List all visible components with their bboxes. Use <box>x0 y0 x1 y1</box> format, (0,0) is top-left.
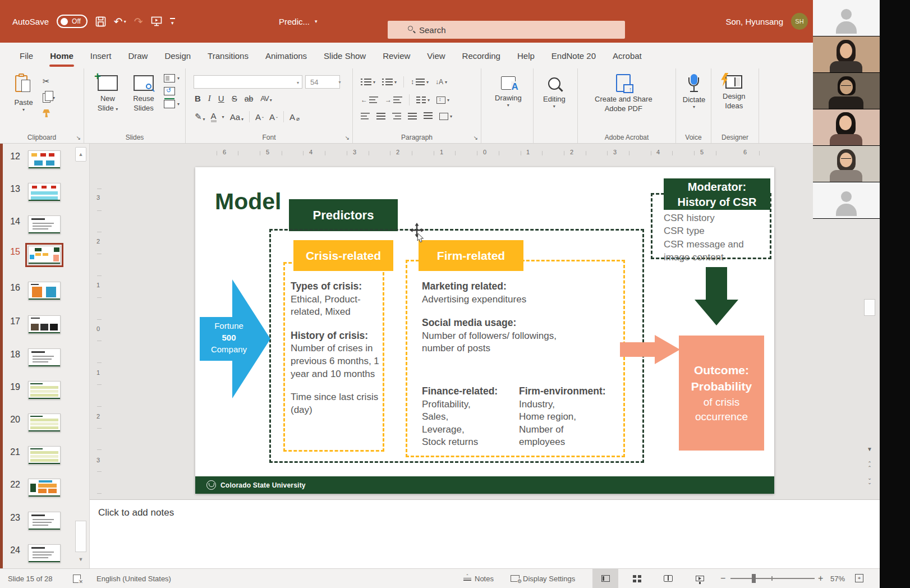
align-center-button[interactable] <box>376 113 385 120</box>
dictate-button[interactable]: Dictate ▾ <box>681 74 707 109</box>
line-spacing-button[interactable]: ↕▾ <box>411 78 429 86</box>
align-right-button[interactable] <box>392 113 401 120</box>
spell-check-button[interactable] <box>73 569 81 588</box>
strikethrough-button[interactable]: ab <box>245 94 254 103</box>
tab-acrobat[interactable]: Acrobat <box>604 43 650 68</box>
firm-related-columns[interactable]: Finance-related:Profitability, Sales, Le… <box>422 385 624 449</box>
next-slide-button[interactable]: ⌄⌄ <box>863 476 876 485</box>
fortune-500-arrow[interactable]: Fortune 500 Company <box>200 279 272 398</box>
video-tile-placeholder-2[interactable] <box>813 182 880 218</box>
align-text-button[interactable]: ↕▾ <box>436 97 449 104</box>
zoom-level[interactable]: 57% <box>830 569 845 588</box>
text-shadow-button[interactable]: S <box>232 94 237 103</box>
tab-insert[interactable]: Insert <box>82 43 120 68</box>
tab-recording[interactable]: Recording <box>454 43 509 68</box>
notes-toggle[interactable]: ˆ Notes <box>463 569 494 588</box>
reset-slide-icon[interactable] <box>164 87 180 95</box>
distribute-button[interactable] <box>424 112 433 120</box>
bold-button[interactable]: B <box>195 94 201 103</box>
zoom-out-button[interactable]: − <box>720 569 725 588</box>
slide-thumbnail-15-selected[interactable]: 15 <box>0 246 90 268</box>
decrease-indent-button[interactable]: ← <box>361 96 378 104</box>
thumbnail-scroll-down-button[interactable]: ▼ <box>75 553 86 566</box>
tab-file[interactable]: File <box>11 43 42 68</box>
tab-help[interactable]: Help <box>509 43 543 68</box>
font-dialog-launcher[interactable]: ↘ <box>345 135 350 141</box>
slide-title[interactable]: Model <box>215 189 281 215</box>
font-size-combobox[interactable]: 54▾ <box>305 75 340 89</box>
scroll-down-arrow[interactable]: ▼ <box>863 447 876 452</box>
notes-placeholder[interactable]: Click to add notes <box>98 507 174 518</box>
language-indicator[interactable]: English (United States) <box>96 569 171 588</box>
slide-thumbnail-20[interactable]: 20 <box>0 414 90 436</box>
crisis-related-text[interactable]: Types of crisis:Ethical, Product-related… <box>291 280 384 427</box>
change-case-button[interactable]: Aa▾ <box>230 112 243 122</box>
autosave-toggle[interactable]: Off <box>57 15 88 28</box>
tab-review[interactable]: Review <box>374 43 419 68</box>
slide-thumbnail-22[interactable]: 22 <box>0 479 90 501</box>
drawing-button[interactable]: Drawing ▾ <box>495 76 522 108</box>
video-tile-participant-2[interactable] <box>813 73 880 109</box>
increase-indent-button[interactable]: → <box>385 96 402 104</box>
outcome-arrow[interactable] <box>620 342 655 357</box>
clipboard-dialog-launcher[interactable]: ↘ <box>76 135 81 141</box>
justify-button[interactable] <box>408 113 417 120</box>
slide-thumbnail-17[interactable]: 17 <box>0 315 90 338</box>
search-input[interactable] <box>419 25 604 35</box>
display-settings-button[interactable]: Display Settings <box>511 569 575 588</box>
predictors-box[interactable]: Predictors <box>289 199 398 231</box>
new-slide-button[interactable]: + New Slide ▾ <box>92 75 123 114</box>
thumbnail-scroll-up-button[interactable]: ▲ <box>75 147 86 162</box>
slide-thumbnail-21[interactable]: 21 <box>0 446 90 468</box>
moderator-items[interactable]: CSR history CSR type CSR message and ima… <box>664 212 770 264</box>
slide-layout-icon[interactable]: ▾ <box>164 74 180 82</box>
tab-animations[interactable]: Animations <box>257 43 315 68</box>
section-icon[interactable]: ▾ <box>164 100 180 108</box>
zoom-in-button[interactable]: + <box>818 569 823 588</box>
numbering-button[interactable]: ▾ <box>382 79 397 85</box>
font-name-combobox[interactable]: ▾ <box>194 75 302 89</box>
slide-canvas[interactable]: Model Predictors Fortune 500 Company Cri… <box>195 167 774 494</box>
tab-home[interactable]: Home <box>42 43 82 68</box>
start-slideshow-icon[interactable] <box>151 16 162 27</box>
video-tile-participant-3[interactable] <box>813 109 880 145</box>
align-left-button[interactable] <box>361 113 370 120</box>
copy-icon[interactable]: ▾ <box>43 93 55 103</box>
text-direction-button[interactable]: ↓A▾ <box>435 78 447 86</box>
slide-thumbnail-13[interactable]: 13 <box>0 183 90 205</box>
cut-icon[interactable]: ✂ <box>43 76 50 86</box>
columns-button[interactable]: ▾ <box>416 97 430 103</box>
save-icon[interactable] <box>95 16 106 27</box>
undo-icon[interactable]: ↶▾ <box>114 15 126 28</box>
user-name[interactable]: Son, Hyunsang <box>725 17 783 26</box>
tab-transitions[interactable]: Transitions <box>199 43 257 68</box>
customize-toolbar-icon[interactable]: ▾ <box>170 18 175 25</box>
tab-draw[interactable]: Draw <box>120 43 156 68</box>
thumbnail-scrollbar-thumb[interactable] <box>75 521 86 552</box>
slide-indicator[interactable]: Slide 15 of 28 <box>8 569 53 588</box>
video-tile-placeholder-1[interactable] <box>813 0 880 36</box>
editor-scrollbar-thumb[interactable] <box>864 299 875 316</box>
slideshow-view-button[interactable] <box>687 569 713 588</box>
design-ideas-button[interactable]: Design Ideas <box>723 75 745 111</box>
tab-slide-show[interactable]: Slide Show <box>315 43 374 68</box>
slide-thumbnail-18[interactable]: 18 <box>0 348 90 371</box>
smartart-convert-button[interactable]: ▾ <box>439 113 452 120</box>
notes-pane[interactable]: Click to add notes <box>90 499 880 568</box>
editing-button[interactable]: Editing ▾ <box>543 77 566 109</box>
previous-slide-button[interactable]: ⌃⌃ <box>863 461 876 470</box>
tab-design[interactable]: Design <box>156 43 199 68</box>
highlight-color-button[interactable]: ✎▾ <box>195 112 205 122</box>
underline-button[interactable]: U <box>218 94 224 103</box>
document-title[interactable]: Predic... ▾ <box>279 0 318 43</box>
reading-view-button[interactable] <box>655 569 681 588</box>
character-spacing-button[interactable]: AV▾ <box>260 94 271 103</box>
outcome-box[interactable]: Outcome: Probability of crisis occurrenc… <box>679 336 764 451</box>
slide-sorter-view-button[interactable] <box>624 569 650 588</box>
slide-thumbnail-16[interactable]: 16 <box>0 282 90 304</box>
tab-endnote[interactable]: EndNote 20 <box>543 43 604 68</box>
firm-related-text[interactable]: Marketing related:Advertising expenditur… <box>422 280 557 366</box>
redo-icon[interactable]: ↷ <box>134 15 143 28</box>
video-tile-participant-4[interactable] <box>813 146 880 182</box>
font-color-button[interactable]: A <box>211 112 217 122</box>
